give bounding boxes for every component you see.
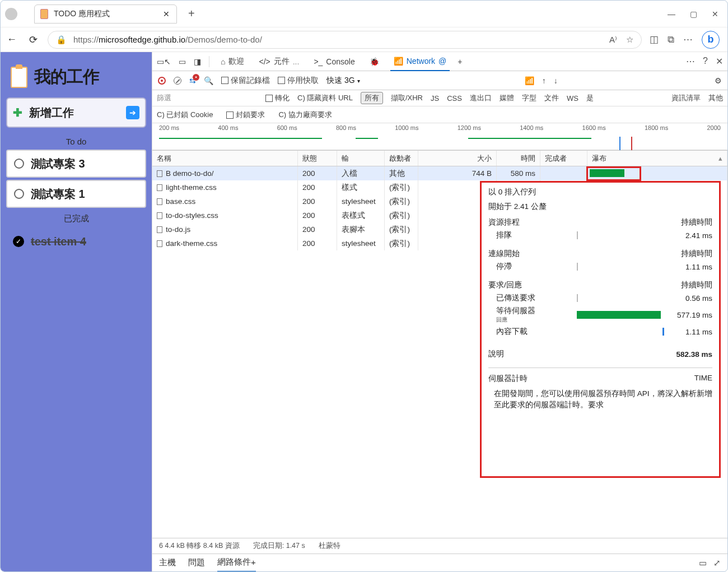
filter-input[interactable]: 篩選 — [157, 93, 258, 103]
preserve-log-checkbox[interactable]: 保留記錄檔 — [221, 76, 270, 86]
filter-manifest[interactable]: 資訊清單 — [671, 93, 701, 103]
drawer-issues[interactable]: 問題 — [188, 557, 205, 568]
task-label: 測試專案 3 — [31, 156, 85, 171]
filter-all[interactable]: 所有 — [361, 92, 383, 104]
close-devtools-icon[interactable]: ✕ — [716, 56, 723, 67]
drawer-dock-icon[interactable]: ▭ — [699, 558, 707, 568]
filter-css[interactable]: CSS — [447, 94, 462, 103]
collections-icon[interactable]: ⧉ — [668, 34, 674, 45]
bing-chat-icon[interactable]: b — [702, 31, 720, 49]
url-protocol: https:// — [73, 35, 99, 44]
queueing-value: 2.41 ms — [669, 231, 712, 240]
filter-toggle-icon[interactable]: ⇆• — [189, 76, 196, 85]
dock-icon[interactable]: ◨ — [194, 57, 201, 66]
col-waterfall[interactable]: 瀑布▴ — [587, 151, 727, 166]
drawer-expand-icon[interactable]: ⤢ — [713, 558, 721, 568]
col-size[interactable]: 大小 — [418, 151, 497, 166]
tab-console[interactable]: >_Console — [310, 57, 358, 66]
download-value: 1.11 ms — [669, 328, 712, 336]
close-tab-icon[interactable]: ✕ — [163, 10, 170, 18]
tab-sources[interactable]: 🐞 — [366, 57, 382, 66]
col-time[interactable]: 時間 — [497, 151, 540, 166]
back-button[interactable]: ← — [5, 34, 18, 45]
filter-js[interactable]: JS — [431, 94, 439, 103]
drawer-tabs: 主機 問題 網路條件 + ▭ ⤢ — [152, 554, 727, 571]
submit-task-button[interactable]: ➔ — [126, 106, 139, 119]
checkmark-icon[interactable]: ✓ — [13, 236, 24, 247]
search-icon[interactable]: 🔍 — [204, 76, 213, 85]
stalled-label: 停滯 — [488, 262, 572, 272]
filter-ws[interactable]: WS — [567, 94, 578, 103]
task-item[interactable]: 測試專案 1 — [6, 180, 146, 208]
overview-timeline[interactable]: 200 ms 400 ms 600 ms 800 ms 1000 ms 1200… — [152, 123, 727, 150]
download-icon[interactable]: ↓ — [554, 76, 558, 85]
favorite-icon[interactable]: ☆ — [626, 35, 633, 45]
col-initiator[interactable]: 啟動者 — [385, 151, 418, 166]
url-host: microsoftedge.github.io — [99, 35, 185, 44]
filter-other[interactable]: 其他 — [708, 93, 723, 103]
hide-data-urls[interactable]: C) 隱藏資料 URL — [297, 93, 353, 103]
tab-welcome[interactable]: ⌂歡迎 — [217, 57, 248, 67]
wifi-icon: 📶 — [394, 57, 403, 66]
task-item-done[interactable]: ✓ test item 4 — [6, 227, 146, 255]
tab-elements[interactable]: </>元件... — [255, 57, 302, 67]
file-icon — [157, 198, 162, 205]
settings-gear-icon[interactable]: ⚙ — [715, 76, 722, 85]
device-icon[interactable]: ▭ — [179, 57, 186, 66]
app-title: 我的工作 — [34, 66, 99, 89]
task-label: 測試專案 1 — [31, 187, 85, 202]
devtools-panel: ▭↖ ▭ ◨ ⌂歡迎 </>元件... >_Console 🐞 📶Network… — [152, 52, 727, 571]
disable-cache-checkbox[interactable]: 停用快取 — [278, 76, 319, 86]
col-name[interactable]: 名稱 — [152, 151, 298, 166]
duration-label: 持續時間 — [681, 217, 712, 227]
throttle-select[interactable]: 快速 3G▾ — [326, 76, 360, 86]
refresh-button[interactable]: ⟳ — [26, 34, 40, 46]
split-screen-icon[interactable]: ◫ — [650, 34, 659, 45]
more-icon[interactable]: ⋯ — [686, 56, 695, 67]
filter-font[interactable]: 字型 — [522, 93, 536, 103]
filter-wasm[interactable]: 是 — [586, 93, 594, 103]
col-fulfilled[interactable]: 完成者 — [540, 151, 587, 166]
close-window-icon[interactable]: ✕ — [712, 10, 718, 18]
profile-avatar[interactable] — [5, 8, 17, 20]
section-reqresp: 要求/回應 — [488, 280, 522, 290]
file-icon — [157, 170, 162, 177]
clear-button[interactable] — [174, 77, 181, 85]
task-item[interactable]: 測試專案 3 — [6, 150, 146, 178]
timing-started-at: 開始于 2.41 公釐 — [488, 202, 712, 212]
drawer-network-conditions[interactable]: 網路條件 + — [217, 554, 256, 572]
file-icon — [157, 226, 162, 233]
new-tab-button[interactable]: + — [188, 7, 195, 20]
col-type[interactable]: 輸 — [337, 151, 385, 166]
task-checkbox[interactable] — [14, 159, 24, 169]
read-aloud-icon[interactable]: A⁾ — [609, 35, 617, 45]
add-task-card[interactable]: ✚ 新增工作 ➔ — [6, 97, 146, 128]
tab-network[interactable]: 📶Network @ — [390, 52, 450, 71]
upload-icon[interactable]: ↑ — [542, 76, 546, 85]
drawer-main[interactable]: 主機 — [159, 557, 176, 568]
third-party[interactable]: C) 協力廠商要求 — [278, 110, 332, 120]
waterfall-highlight — [586, 166, 641, 181]
filter-media[interactable]: 媒體 — [500, 93, 514, 103]
blocked-requests[interactable]: 封鎖要求 — [226, 110, 265, 120]
network-conditions-icon[interactable]: 📶 — [525, 76, 534, 85]
filter-bar-2: C) 已封鎖 Cookie 封鎖要求 C) 協力廠商要求 — [152, 106, 727, 123]
address-bar[interactable]: 🔒 https://microsoftedge.github.io/Demos/… — [48, 31, 642, 49]
filter-doc[interactable]: 文件 — [544, 93, 559, 103]
blocked-cookies[interactable]: C) 已封鎖 Cookie — [157, 110, 213, 120]
minimize-icon[interactable]: — — [668, 10, 675, 18]
inspect-icon[interactable]: ▭↖ — [157, 57, 171, 66]
queueing-label: 排隊 — [488, 230, 572, 240]
more-icon[interactable]: ⋯ — [683, 34, 693, 45]
filter-fetch[interactable]: 擷取/XHR — [391, 93, 423, 103]
col-status[interactable]: 狀態 — [298, 151, 337, 166]
filter-img[interactable]: 進出口 — [470, 93, 492, 103]
more-tabs-icon[interactable]: + — [458, 57, 462, 66]
record-button[interactable] — [158, 77, 166, 85]
task-checkbox[interactable] — [14, 189, 24, 199]
maximize-icon[interactable]: ▢ — [690, 10, 697, 18]
invert-checkbox[interactable]: 轉化 — [265, 93, 290, 103]
help-icon[interactable]: ? — [703, 56, 708, 67]
section-conn: 連線開始 — [488, 249, 520, 259]
browser-tab[interactable]: TODO 應用程式 ✕ — [34, 4, 177, 24]
